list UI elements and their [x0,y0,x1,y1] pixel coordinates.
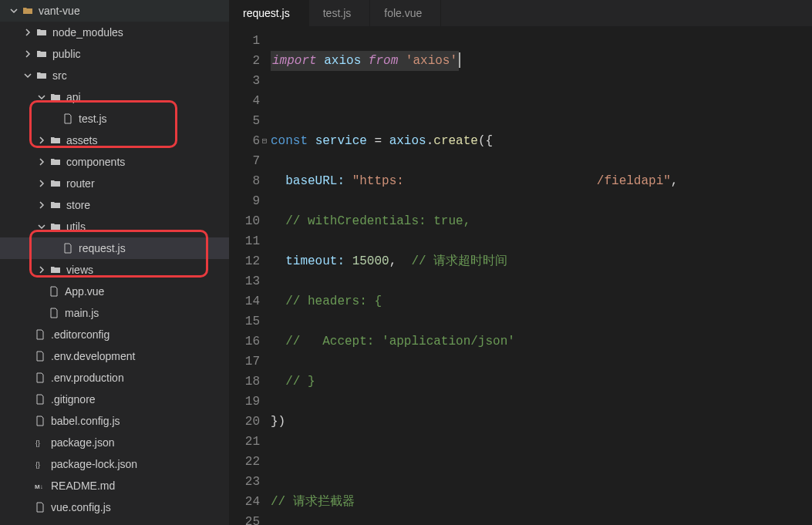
chevron-down-icon [8,5,20,17]
tree-vueconf[interactable]: vue.config.js [0,496,229,518]
tree-views[interactable]: views [0,259,229,281]
tree-label: package-lock.json [51,458,137,470]
text-cursor [459,52,460,68]
chevron-right-icon [22,48,34,60]
tree-components[interactable]: components [0,151,229,173]
fold-icon[interactable]: ⊟ [260,131,269,151]
file-icon [48,285,60,298]
folder-icon [35,26,48,39]
chevron-right-icon [35,156,48,168]
folder-icon [49,177,62,190]
tree-label: vant-vue [39,5,80,17]
file-icon [34,328,46,341]
tree-label: node_modules [52,26,123,39]
tree-label: .env.development [51,350,135,362]
tree-label: assets [66,134,97,146]
json-icon: {} [34,458,46,470]
chevron-down-icon [22,69,34,82]
tree-label: test.js [79,113,107,125]
folder-icon [49,134,62,146]
tree-label: utils [66,220,86,233]
tree-label: api [66,91,81,103]
tree-label: request.js [79,242,126,254]
tree-public[interactable]: public [0,43,229,65]
tree-utils[interactable]: utils [0,216,229,237]
tree-label: store [66,199,90,211]
tree-label: components [66,156,125,168]
folder-open-icon [49,91,62,103]
tree-readme[interactable]: M↓ README.md [0,475,229,496]
json-icon: {} [34,436,46,449]
tree-label: .env.production [51,372,124,384]
tab-label: test.js [323,7,352,19]
folder-open-icon [22,5,34,17]
tree-assets[interactable]: assets [0,130,229,151]
chevron-right-icon [22,26,34,39]
file-icon [62,242,74,254]
svg-text:{}: {} [35,439,40,447]
tree-label: .editorconfig [51,328,110,341]
tree-label: vue.config.js [51,501,111,513]
tree-src[interactable]: src [0,65,229,86]
file-icon [34,393,46,406]
tree-babel[interactable]: babel.config.js [0,410,229,432]
tree-root[interactable]: vant-vue [0,0,229,22]
chevron-down-icon [35,220,48,233]
tree-requestjs[interactable]: request.js [0,237,229,259]
line-gutter: 12345 678910 1112131415 1617181920 21222… [229,26,271,525]
tree-label: views [66,264,93,276]
folder-icon [49,156,62,168]
tree-testjs[interactable]: test.js [0,108,229,130]
tree-label: public [52,48,81,60]
tree-pkglock[interactable]: {} package-lock.json [0,453,229,475]
file-icon [62,113,74,125]
tree-mainjs[interactable]: main.js [0,302,229,324]
file-explorer[interactable]: vant-vue node_modules public src api tes… [0,0,229,525]
chevron-down-icon [35,91,48,103]
tree-label: App.vue [65,285,104,298]
chevron-right-icon [35,134,48,146]
tree-api[interactable]: api [0,86,229,108]
tree-label: main.js [65,307,99,319]
tree-label: babel.config.js [51,415,120,427]
tab-bar: request.js test.js fole.vue [229,0,812,26]
folder-icon [49,199,62,211]
folder-icon [49,264,62,276]
tree-label: README.md [51,480,115,492]
file-icon [34,372,46,384]
svg-text:{}: {} [35,461,40,469]
folder-icon [35,69,48,82]
tree-label: package.json [51,436,115,449]
tab-testjs[interactable]: test.js [309,0,371,26]
code-editor[interactable]: 12345 678910 1112131415 1617181920 21222… [229,26,812,525]
folder-icon [35,48,48,60]
markdown-icon: M↓ [34,480,46,492]
chevron-right-icon [35,264,48,276]
tree-node-modules[interactable]: node_modules [0,22,229,43]
tree-label: .gitignore [51,393,96,406]
editor-area: request.js test.js fole.vue 12345 678910… [229,0,812,525]
tree-gitignore[interactable]: .gitignore [0,389,229,410]
tree-label: router [66,177,95,190]
tab-requestjs[interactable]: request.js [229,0,309,26]
code-content[interactable]: import axios from 'axios' ⊟const service… [271,26,812,525]
tree-store[interactable]: store [0,194,229,216]
tree-envdev[interactable]: .env.development [0,345,229,367]
svg-text:M↓: M↓ [35,483,43,490]
folder-open-icon [49,220,62,233]
file-icon [34,415,46,427]
chevron-right-icon [35,199,48,211]
tree-appvue[interactable]: App.vue [0,281,229,302]
tab-folevue[interactable]: fole.vue [370,0,441,26]
tab-label: request.js [243,7,290,19]
tab-label: fole.vue [384,7,422,19]
tree-editorconfig[interactable]: .editorconfig [0,324,229,345]
file-icon [34,501,46,513]
file-icon [34,350,46,362]
tree-envprod[interactable]: .env.production [0,367,229,389]
file-icon [48,307,60,319]
tree-pkg[interactable]: {} package.json [0,432,229,453]
chevron-right-icon [35,177,48,190]
tree-router[interactable]: router [0,173,229,194]
tree-label: src [52,69,67,82]
